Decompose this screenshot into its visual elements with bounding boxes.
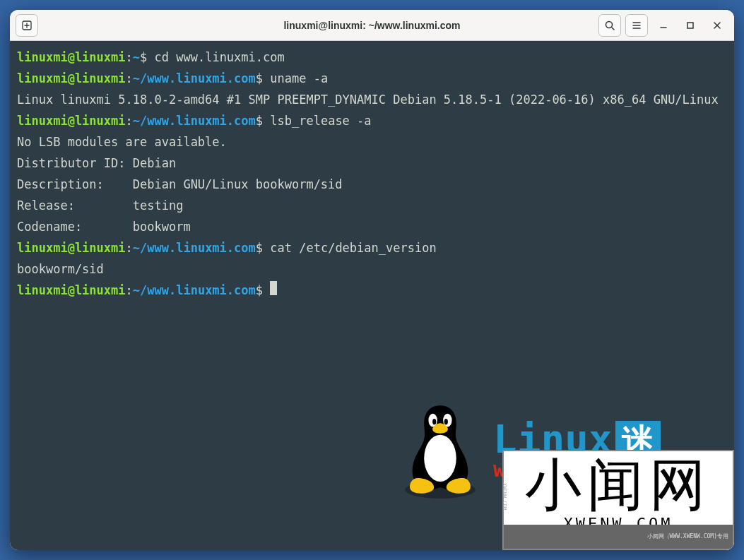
svg-point-1 (606, 21, 613, 28)
terminal-line: linuxmi@linuxmi:~/www.linuxmi.com$ cat /… (17, 237, 727, 258)
maximize-icon (685, 20, 696, 31)
maximize-button[interactable] (679, 14, 702, 37)
close-button[interactable] (706, 14, 728, 37)
terminal-output: No LSB modules are available. (17, 131, 727, 153)
prompt-path: ~/www.linuxmi.com (133, 71, 256, 85)
terminal-body[interactable]: linuxmi@linuxmi:~$ cd www.linuxmi.com li… (10, 41, 734, 550)
watermark-xwen-cn: 小闻网 (525, 457, 711, 513)
svg-point-4 (424, 435, 456, 482)
menu-button[interactable] (625, 14, 648, 37)
terminal-output: bookworm/sid (17, 258, 727, 280)
hamburger-icon (631, 20, 642, 31)
prompt-path: ~/www.linuxmi.com (133, 241, 256, 255)
terminal-line: linuxmi@linuxmi:~/www.linuxmi.com$ uname… (17, 68, 727, 89)
minimize-icon (658, 20, 669, 31)
svg-point-7 (432, 419, 436, 424)
terminal-line: linuxmi@linuxmi:~/www.linuxmi.com$ lsb_r… (17, 110, 727, 131)
cmd-text: cd www.linuxmi.com (155, 50, 285, 64)
terminal-output: Distributor ID: Debian (17, 153, 727, 174)
close-icon (711, 20, 723, 31)
prompt-user: linuxmi@linuxmi (17, 50, 126, 64)
cmd-text: lsb_release -a (270, 114, 371, 128)
cmd-text: uname -a (270, 71, 328, 85)
watermark-footer: 小闻网（WWW.XWENW.COM)专用 (504, 525, 733, 549)
watermark-xwenw: XWENW.COM 小闻网 XWENW.COM 小闻网（WWW.XWENW.CO… (502, 450, 734, 550)
svg-point-8 (444, 419, 448, 424)
terminal-line: linuxmi@linuxmi:~/www.linuxmi.com$ (17, 280, 727, 301)
minimize-button[interactable] (652, 14, 675, 37)
search-icon (604, 20, 615, 31)
cursor (270, 281, 277, 295)
prompt-user: linuxmi@linuxmi (17, 114, 126, 128)
svg-point-3 (405, 481, 475, 499)
watermark-side-text: XWENW.COM (505, 458, 515, 535)
svg-rect-2 (687, 23, 693, 28)
terminal-output: Release: testing (17, 195, 727, 216)
prompt-path: ~ (133, 50, 140, 64)
search-button[interactable] (598, 14, 621, 37)
prompt-user: linuxmi@linuxmi (17, 283, 126, 297)
terminal-output: Linux linuxmi 5.18.0-2-amd64 #1 SMP PREE… (17, 89, 727, 110)
svg-point-5 (428, 414, 437, 427)
terminal-window: linuxmi@linuxmi: ~/www.linuxmi.com linux… (10, 10, 734, 550)
plus-icon (21, 20, 33, 31)
prompt-user: linuxmi@linuxmi (17, 241, 126, 255)
terminal-line: linuxmi@linuxmi:~$ cd www.linuxmi.com (17, 47, 727, 68)
svg-point-6 (443, 414, 451, 427)
titlebar: linuxmi@linuxmi: ~/www.linuxmi.com (10, 10, 734, 41)
tux-icon (394, 398, 486, 501)
terminal-output: Codename: bookworm (17, 216, 727, 237)
new-tab-button[interactable] (16, 14, 38, 37)
prompt-path: ~/www.linuxmi.com (133, 114, 256, 128)
prompt-user: linuxmi@linuxmi (17, 71, 126, 85)
cmd-text: cat /etc/debian_version (270, 241, 436, 255)
terminal-output: Description: Debian GNU/Linux bookworm/s… (17, 174, 727, 195)
prompt-path: ~/www.linuxmi.com (133, 283, 256, 297)
